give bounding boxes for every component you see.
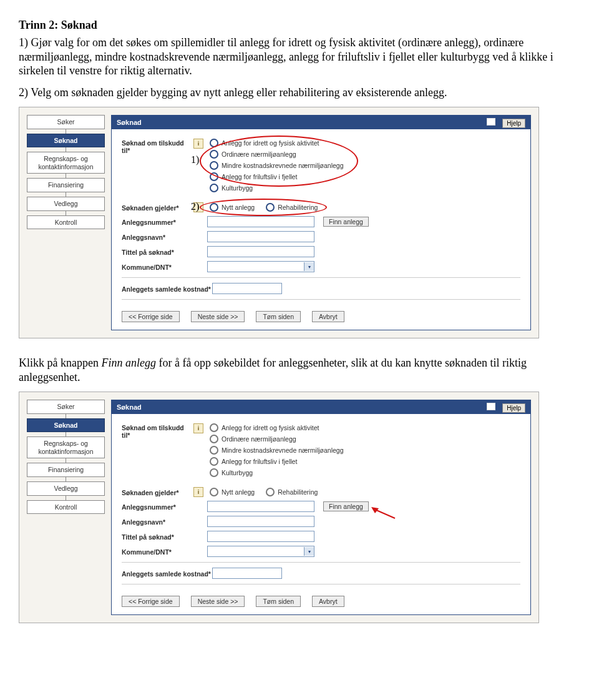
label-tittel: Tittel på søknad*	[122, 247, 193, 256]
row-tittel: Tittel på søknad*	[122, 531, 520, 542]
cancel-button[interactable]: Avbryt	[312, 311, 344, 322]
nav-finansiering[interactable]: Finansiering	[27, 178, 105, 192]
print-icon[interactable]	[487, 403, 495, 410]
footer-buttons: << Forrige side Neste side >> Tøm siden …	[112, 596, 530, 614]
screenshot-2: Søker Søknad Regnskaps- og kontaktinform…	[19, 392, 539, 623]
finn-anlegg-button[interactable]: Finn anlegg	[323, 217, 369, 227]
nav-soknad[interactable]: Søknad	[27, 134, 105, 148]
clear-button[interactable]: Tøm siden	[256, 311, 301, 322]
input-anleggsnummer[interactable]	[207, 216, 314, 227]
divider	[122, 277, 520, 278]
divider	[122, 299, 520, 300]
option-label: Anlegg for friluftsliv i fjellet	[222, 173, 297, 180]
label-kommune: Kommune/DNT*	[122, 547, 193, 556]
input-anleggsnavn[interactable]	[207, 231, 314, 242]
option-nytt[interactable]: Nytt anlegg	[208, 202, 256, 212]
marker-1: 1)	[191, 154, 199, 165]
para2-number: 2)	[19, 86, 28, 99]
option-ordnaer[interactable]: Ordinære nærmiljøanlegg	[208, 434, 345, 444]
label-soknad-om: Søknad om tilskudd til*	[122, 423, 193, 439]
input-anleggsnavn[interactable]	[207, 516, 314, 527]
nav-kontroll[interactable]: Kontroll	[27, 500, 105, 515]
option-label: Rehabilitering	[278, 204, 318, 211]
radio-icon	[210, 172, 218, 181]
help-button[interactable]: Hjelp	[502, 119, 525, 128]
option-mindre[interactable]: Mindre kostnadskrevnede nærmiljøanlegg	[208, 445, 345, 455]
para3-text-b: Finn anlegg	[101, 357, 156, 369]
help-button[interactable]: Hjelp	[502, 403, 525, 413]
row-anleggsnavn: Anleggsnavn*	[122, 231, 520, 242]
nav-soker[interactable]: Søker	[27, 115, 105, 129]
input-samlet[interactable]	[212, 283, 282, 294]
row-soknaden-gjelder: Søknaden gjelder* i 2) Nytt anlegg Rehab…	[122, 202, 520, 212]
divider	[122, 562, 520, 563]
option-label: Mindre kostnadskrevnede nærmiljøanlegg	[222, 446, 344, 454]
row-anleggsnavn: Anleggsnavn*	[122, 516, 520, 527]
radio-icon	[210, 488, 218, 496]
row-tittel: Tittel på søknad*	[122, 246, 520, 257]
nav-soknad[interactable]: Søknad	[27, 418, 105, 433]
option-friluft[interactable]: Anlegg for friluftsliv i fjellet	[208, 172, 345, 182]
paragraph-3: Klikk på knappen Finn anlegg for å få op…	[19, 356, 580, 384]
label-tittel: Tittel på søknad*	[122, 532, 193, 541]
print-icon[interactable]	[487, 118, 495, 126]
clear-button[interactable]: Tøm siden	[256, 596, 301, 607]
input-samlet[interactable]	[212, 568, 282, 579]
radio-icon	[210, 446, 218, 455]
screenshot-1: Søker Søknad Regnskaps- og kontaktinform…	[19, 107, 539, 338]
label-soknad-om: Søknad om tilskudd til*	[122, 138, 193, 154]
nav-vedlegg[interactable]: Vedlegg	[27, 481, 105, 496]
option-mindre[interactable]: Mindre kostnadskrevnede nærmiljøanlegg	[208, 160, 345, 170]
panel-body: Søknad om tilskudd til* i Anlegg for idr…	[112, 414, 530, 596]
option-kulturbygg[interactable]: Kulturbygg	[208, 468, 345, 478]
row-samlet: Anleggets samlede kostnad*	[122, 283, 520, 294]
option-nytt[interactable]: Nytt anlegg	[208, 487, 256, 497]
nav-regnskap[interactable]: Regnskaps- og kontaktinformasjon	[27, 436, 105, 458]
input-tittel[interactable]	[207, 246, 314, 257]
select-kommune[interactable]: ▾	[207, 546, 314, 557]
wizard-nav: Søker Søknad Regnskaps- og kontaktinform…	[27, 115, 105, 330]
finn-anlegg-button[interactable]: Finn anlegg	[323, 501, 369, 511]
wizard-nav: Søker Søknad Regnskaps- og kontaktinform…	[27, 400, 105, 615]
input-anleggsnummer[interactable]	[207, 501, 314, 512]
info-icon[interactable]: i	[193, 423, 203, 433]
option-idrett[interactable]: Anlegg for idrett og fysisk aktivitet	[208, 423, 345, 433]
option-idrett[interactable]: Anlegg for idrett og fysisk aktivitet	[208, 138, 345, 148]
option-kulturbygg[interactable]: Kulturbygg	[208, 183, 345, 193]
nav-soker[interactable]: Søker	[27, 400, 105, 414]
nav-connector	[66, 192, 66, 197]
row-samlet: Anleggets samlede kostnad*	[122, 568, 520, 579]
cancel-button[interactable]: Avbryt	[312, 596, 344, 607]
input-tittel[interactable]	[207, 531, 314, 542]
chevron-down-icon: ▾	[304, 547, 314, 556]
next-button[interactable]: Neste side >>	[191, 311, 245, 322]
option-ordnaer[interactable]: Ordinære nærmiljøanlegg	[208, 149, 345, 159]
divider	[122, 584, 520, 584]
option-rehab[interactable]: Rehabilitering	[265, 487, 319, 497]
prev-button[interactable]: << Forrige side	[122, 311, 180, 322]
label-soknaden-gjelder: Søknaden gjelder*	[122, 203, 193, 212]
nav-kontroll[interactable]: Kontroll	[27, 215, 105, 230]
nav-connector	[66, 129, 66, 134]
info-icon[interactable]: i	[193, 139, 203, 149]
prev-button[interactable]: << Forrige side	[122, 596, 180, 607]
row-soknaden-gjelder: Søknaden gjelder* i Nytt anlegg Rehabili…	[122, 486, 520, 497]
label-soknaden-gjelder: Søknaden gjelder*	[122, 488, 193, 496]
option-rehab[interactable]: Rehabilitering	[265, 202, 319, 212]
para2-text: Velg om søknaden gjelder bygging av nytt…	[31, 86, 447, 99]
next-button[interactable]: Neste side >>	[191, 596, 245, 607]
radio-icon	[210, 161, 218, 170]
footer-buttons: << Forrige side Neste side >> Tøm siden …	[112, 311, 530, 330]
label-anleggsnavn: Anleggsnavn*	[122, 232, 193, 241]
nav-connector	[66, 211, 66, 215]
label-samlet: Anleggets samlede kostnad*	[122, 569, 212, 578]
nav-connector	[66, 477, 66, 481]
info-icon[interactable]: i	[193, 487, 203, 497]
svg-marker-1	[371, 507, 379, 513]
nav-vedlegg[interactable]: Vedlegg	[27, 197, 105, 211]
nav-regnskap[interactable]: Regnskaps- og kontaktinformasjon	[27, 152, 105, 174]
option-friluft[interactable]: Anlegg for friluftsliv i fjellet	[208, 456, 345, 466]
select-kommune[interactable]: ▾	[207, 261, 314, 272]
radio-icon	[210, 203, 218, 212]
nav-finansiering[interactable]: Finansiering	[27, 463, 105, 477]
